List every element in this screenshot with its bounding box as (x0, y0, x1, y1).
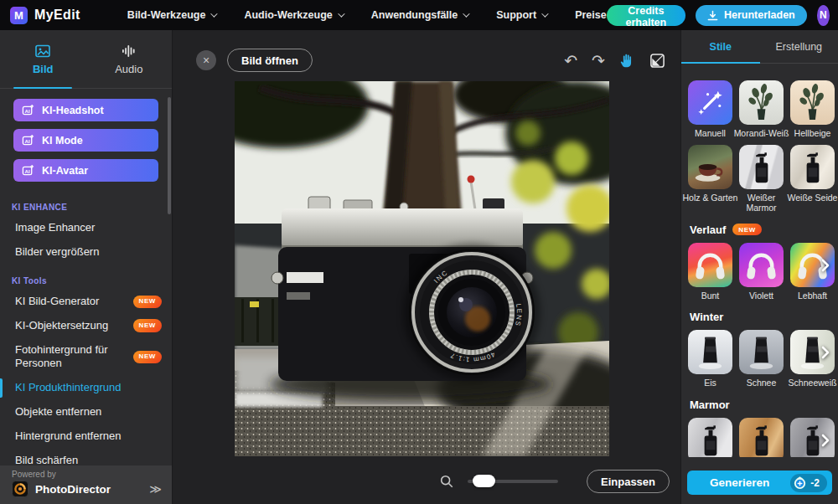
fit-to-screen-button[interactable]: Einpassen (587, 470, 670, 493)
style-thumb-beige (739, 418, 784, 457)
button-ki-headshot[interactable]: AIKI-Headshot (13, 99, 158, 121)
redo-icon: ↷ (592, 53, 605, 69)
close-image-button[interactable]: × (196, 50, 216, 70)
sidebar-item-fotohintergrund-fuer-personen[interactable]: Fotohintergrund für PersonenNEW (0, 338, 172, 377)
brand-logo[interactable]: M MyEdit (10, 7, 80, 24)
nav-audio-werkzeuge[interactable]: Audio-Werkzeuge (244, 9, 342, 21)
tab-erstellung[interactable]: Erstellung (760, 30, 838, 63)
style-label: Violett (733, 291, 790, 301)
brand-name: MyEdit (34, 8, 80, 23)
credit-coin-icon (793, 476, 807, 490)
sidebar-item-bilder-vergroessern[interactable]: Bilder vergrößern (0, 240, 172, 265)
sidebar-item-label: Fotohintergrund für Personen (15, 343, 133, 372)
more-styles-chevron-icon[interactable] (818, 256, 833, 275)
more-styles-chevron-icon[interactable] (818, 343, 833, 362)
chevron-down-icon (463, 10, 469, 17)
undo-icon: ↶ (564, 53, 577, 69)
style-card-schnee[interactable]: Schnee (739, 330, 784, 388)
sidebar-item-ki-objektersetzung[interactable]: KI-ObjektersetzungNEW (0, 314, 172, 338)
sidebar-item-ki-produkthintergrund[interactable]: KI Produkthintergrund (0, 376, 172, 400)
myedit-logo-icon: M (10, 7, 28, 24)
sidebar-item-ki-bild-generator[interactable]: KI Bild-GeneratorNEW (0, 290, 172, 314)
credit-cost-value: -2 (810, 477, 820, 489)
tab-audio[interactable]: Audio (86, 30, 173, 88)
button-ki-mode[interactable]: AIKI Mode (13, 129, 158, 152)
nav-bild-werkzeuge[interactable]: Bild-Werkzeuge (127, 9, 216, 21)
section-title-ki-tools: KI Tools (0, 265, 172, 290)
tab-label-audio: Audio (115, 63, 142, 75)
style-thumb-bunt (688, 243, 732, 287)
style-label: Eis (682, 378, 739, 388)
style-card-weiss[interactable]: Weiß (688, 418, 732, 457)
sidebar-item-label: Image Enhancer (15, 221, 162, 235)
style-label: Hellbeige (784, 128, 838, 139)
credits-button[interactable]: Credits erhalten (607, 5, 685, 26)
ai-sparkle-icon: AI (22, 164, 34, 177)
sidebar-item-hintergrund-entfernen[interactable]: Hintergrund entfernen (0, 424, 172, 449)
style-label: Manuell (682, 128, 739, 139)
group-header-marmor: Marmor (690, 399, 835, 411)
group-title-verlauf: Verlauf (690, 224, 726, 236)
nav-label-audio-werkzeuge: Audio-Werkzeuge (244, 9, 332, 21)
audio-icon (121, 43, 137, 59)
style-card-holz-garten[interactable]: Holz & Garten (688, 145, 732, 213)
sidebar-item-label: KI Bild-Generator (15, 295, 133, 309)
sidebar-item-label: Hintergrund entfernen (15, 429, 162, 444)
style-card-violett[interactable]: Violett (739, 243, 784, 301)
before-after-compare-button[interactable] (649, 53, 665, 69)
button-label-ki-avatar: KI-Avatar (42, 165, 88, 177)
style-card-bunt[interactable]: Bunt (688, 243, 732, 301)
style-thumb-manuell (688, 80, 732, 125)
sidebar-item-objekte-entfernen[interactable]: Objekte entfernen (0, 400, 172, 424)
tab-bild[interactable]: Bild (0, 30, 86, 88)
style-card-weisser-marmor[interactable]: Weißer Marmor (739, 145, 784, 213)
feature-buttons: AIKI-HeadshotAIKI ModeAIKI-Avatar (0, 89, 172, 191)
nav-preise[interactable]: Preise (575, 9, 607, 21)
open-image-button[interactable]: Bild öffnen (227, 49, 313, 72)
generate-button[interactable]: Generieren -2 (687, 471, 832, 495)
svg-text:AI: AI (25, 108, 30, 114)
more-styles-chevron-icon[interactable] (818, 431, 833, 450)
image-icon (34, 43, 51, 59)
download-button[interactable]: Herunterladen (696, 5, 807, 26)
style-card-manuell[interactable]: Manuell (688, 80, 732, 139)
style-card-eis[interactable]: Eis (688, 330, 732, 388)
nav-support[interactable]: Support (496, 9, 546, 21)
user-avatar[interactable]: N (817, 5, 830, 26)
sidebar-item-label: Objekte entfernen (15, 405, 162, 419)
topbar-right: Credits erhalten Herunterladen N (607, 5, 830, 26)
new-badge: NEW (133, 351, 162, 363)
ai-sparkle-icon: AI (22, 104, 34, 116)
nav-label-anwendungsfaelle: Anwendungsfälle (371, 9, 458, 21)
nav-label-bild-werkzeuge: Bild-Werkzeuge (127, 9, 206, 21)
style-thumb-weiss (688, 418, 732, 457)
style-label: Weiße Seide (784, 193, 838, 203)
style-card-hellbeige[interactable]: Hellbeige (790, 80, 835, 139)
sidebar-sections: KI ENHANCEImage EnhancerBilder vergrößer… (0, 191, 172, 504)
style-thumb-weisse-seide (790, 145, 835, 189)
photodirector-logo-icon (12, 481, 28, 497)
style-thumb-violett (739, 243, 784, 287)
sidebar-tabs: BildAudio (0, 30, 172, 89)
style-label: Weißer Marmor (733, 193, 790, 213)
style-card-morandi-weiss[interactable]: Morandi-Weiß (739, 80, 784, 139)
tab-stile[interactable]: Stile (681, 30, 760, 63)
style-card-weisse-seide[interactable]: Weiße Seide (790, 145, 835, 213)
download-icon (707, 10, 718, 21)
pan-hand-button[interactable] (619, 53, 635, 69)
new-badge: NEW (133, 319, 162, 332)
undo-button[interactable]: ↶ (564, 53, 577, 69)
photodirector-label: PhotoDirector (35, 483, 142, 496)
redo-button[interactable]: ↷ (592, 53, 605, 69)
section-ki-tools: KI ToolsKI Bild-GeneratorNEWKI-Objekters… (0, 265, 172, 497)
style-card-beige[interactable]: Beige (739, 418, 784, 457)
style-label: Lebhaft (784, 291, 838, 301)
powered-by-footer[interactable]: Powered by PhotoDirector ≫ (0, 465, 172, 504)
zoom-slider[interactable] (468, 480, 558, 483)
new-badge: NEW (133, 296, 162, 308)
compare-icon (649, 53, 665, 69)
zoom-slider-thumb[interactable] (473, 475, 495, 487)
button-ki-avatar[interactable]: AIKI-Avatar (13, 159, 158, 182)
sidebar-item-image-enhancer[interactable]: Image Enhancer (0, 216, 172, 240)
nav-anwendungsfaelle[interactable]: Anwendungsfälle (371, 9, 468, 21)
